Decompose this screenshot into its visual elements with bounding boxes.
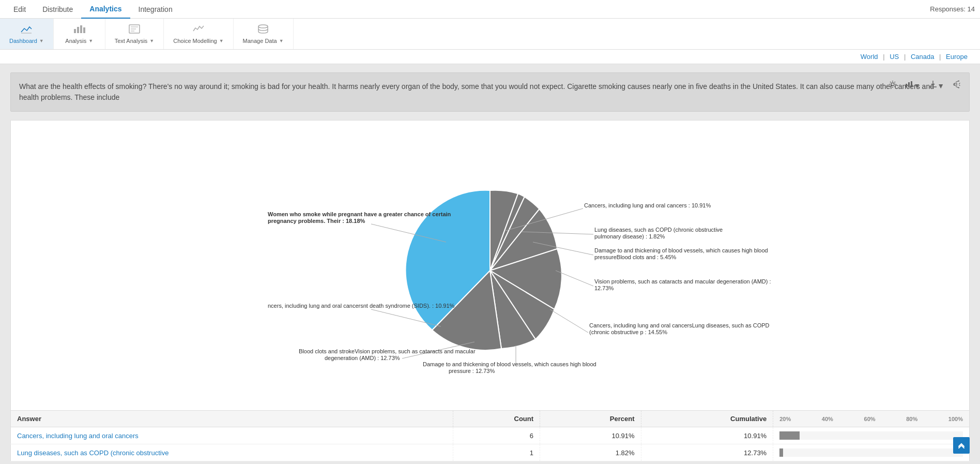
- col-cumulative: Cumulative: [641, 411, 773, 427]
- manage-data-icon: [257, 24, 269, 37]
- choice-modelling-icon: [192, 24, 205, 37]
- svg-text:pressureBlood clots and : 5.45: pressureBlood clots and : 5.45%: [594, 254, 677, 260]
- analysis-icon: [73, 24, 85, 37]
- percent-cell-2: 1.82%: [540, 444, 641, 461]
- bar-cell-1: [773, 427, 970, 444]
- chart-container: Cancers, including lung and oral cancers…: [10, 120, 970, 410]
- nav-edit[interactable]: Edit: [5, 0, 34, 19]
- nav-analytics[interactable]: Analytics: [81, 0, 130, 19]
- manage-data-chevron: ▼: [279, 38, 284, 43]
- download-button[interactable]: ▼: [927, 79, 946, 91]
- dashboard-chevron: ▼: [39, 38, 44, 43]
- col-bar-header: 20% 40% 60% 80% 100%: [773, 411, 970, 427]
- pie-chart: Cancers, including lung and oral cancers…: [21, 131, 959, 400]
- responses-count: Responses: 14: [930, 5, 975, 13]
- svg-text:Blood clots and strokeVision p: Blood clots and strokeVision problems, s…: [299, 348, 476, 354]
- answer-cell-2: Lung diseases, such as COPD (chronic obs…: [11, 444, 453, 461]
- percent-cell-1: 10.91%: [540, 427, 641, 444]
- answer-cell-1: Cancers, including lung and oral cancers: [11, 427, 453, 444]
- main-content: What are the health effects of smoking? …: [0, 64, 980, 464]
- svg-text:ncers, including lung and oral: ncers, including lung and oral cancersnt…: [268, 303, 455, 309]
- svg-text:Cancers, including lung and or: Cancers, including lung and oral cancers…: [584, 202, 711, 208]
- region-us[interactable]: US: [890, 53, 899, 61]
- col-percent: Percent: [540, 411, 641, 427]
- question-text: What are the health effects of smoking? …: [19, 81, 943, 103]
- svg-text:pregnancy problems. Their : 18: pregnancy problems. Their : 18.18%: [268, 218, 365, 224]
- region-world[interactable]: World: [861, 53, 878, 61]
- cumulative-cell-1: 10.91%: [641, 427, 773, 444]
- text-analysis-chevron: ▼: [149, 38, 154, 43]
- analysis-chevron: ▼: [88, 38, 93, 43]
- choice-modelling-chevron: ▼: [219, 38, 224, 43]
- choice-modelling-label: Choice Modelling: [173, 38, 217, 44]
- svg-rect-1: [74, 29, 76, 33]
- region-europe[interactable]: Europe: [946, 53, 968, 61]
- svg-text:12.73%: 12.73%: [594, 285, 614, 291]
- question-box: What are the health effects of smoking? …: [10, 72, 970, 112]
- cumulative-cell-2: 12.73%: [641, 444, 773, 461]
- data-table: Answer Count Percent Cumulative 20% 40% …: [10, 410, 970, 461]
- question-actions: ▼ ▼: [886, 79, 963, 91]
- dashboard-label: Dashboard: [9, 38, 37, 44]
- svg-rect-3: [80, 25, 82, 33]
- region-bar: World | US | Canada | Europe: [0, 50, 980, 64]
- toolbar-manage-data[interactable]: Manage Data ▼: [234, 19, 294, 49]
- nav-distribute[interactable]: Distribute: [34, 0, 81, 19]
- svg-rect-2: [77, 27, 79, 33]
- manage-data-label: Manage Data: [243, 38, 277, 44]
- svg-rect-11: [906, 84, 907, 87]
- toolbar-text-analysis[interactable]: Text Analysis ▼: [105, 19, 164, 49]
- col-count: Count: [453, 411, 540, 427]
- svg-text:Vision problems, such as catar: Vision problems, such as cataracts and m…: [594, 278, 771, 285]
- table-row: Cancers, including lung and oral cancers…: [11, 427, 970, 444]
- svg-text:pressure : 12.73%: pressure : 12.73%: [449, 368, 495, 374]
- svg-point-9: [258, 25, 268, 28]
- svg-rect-12: [908, 82, 910, 87]
- scroll-to-top-button[interactable]: [953, 437, 970, 454]
- text-analysis-icon: [128, 24, 141, 37]
- top-navigation: Edit Distribute Analytics Integration Re…: [0, 0, 980, 19]
- svg-text:(chronic obstructive p : 14.55: (chronic obstructive p : 14.55%: [589, 329, 667, 335]
- toolbar-analysis[interactable]: Analysis ▼: [54, 19, 105, 49]
- count-cell-2: 1: [453, 444, 540, 461]
- table-row: Lung diseases, such as COPD (chronic obs…: [11, 444, 970, 461]
- chart-type-button[interactable]: ▼: [903, 79, 923, 91]
- share-button[interactable]: [951, 79, 963, 91]
- col-answer: Answer: [11, 411, 453, 427]
- pie-section: Cancers, including lung and oral cancers…: [21, 131, 959, 400]
- toolbar-dashboard[interactable]: Dashboard ▼: [0, 19, 54, 49]
- settings-button[interactable]: [886, 79, 899, 91]
- svg-point-10: [891, 83, 894, 86]
- svg-text:Cancers, including lung and or: Cancers, including lung and oral cancers…: [589, 322, 770, 328]
- toolbar: Dashboard ▼ Analysis ▼ Text Analysis ▼ C…: [0, 19, 980, 50]
- svg-text:degeneration (AMD) : 12.73%: degeneration (AMD) : 12.73%: [325, 355, 400, 361]
- svg-text:Women who smoke while pregnant: Women who smoke while pregnant have a gr…: [268, 211, 451, 217]
- nav-integration[interactable]: Integration: [130, 0, 181, 19]
- bar-cell-2: [773, 444, 970, 461]
- count-cell-1: 6: [453, 427, 540, 444]
- svg-rect-4: [83, 27, 85, 33]
- region-canada[interactable]: Canada: [911, 53, 935, 61]
- svg-text:Damage to and thickening of bl: Damage to and thickening of blood vessel…: [594, 247, 768, 253]
- svg-rect-13: [911, 81, 912, 87]
- svg-text:Lung diseases, such as COPD (c: Lung diseases, such as COPD (chronic obs…: [594, 227, 723, 233]
- analysis-label: Analysis: [65, 38, 86, 44]
- dashboard-icon: [20, 24, 33, 37]
- svg-text:Damage to and thickening of bl: Damage to and thickening of blood vessel…: [423, 361, 596, 367]
- svg-text:pulmonary disease) : 1.82%: pulmonary disease) : 1.82%: [594, 233, 665, 240]
- text-analysis-label: Text Analysis: [115, 38, 148, 44]
- toolbar-choice-modelling[interactable]: Choice Modelling ▼: [164, 19, 233, 49]
- table-header-row: Answer Count Percent Cumulative 20% 40% …: [11, 411, 970, 427]
- svg-line-25: [550, 309, 588, 333]
